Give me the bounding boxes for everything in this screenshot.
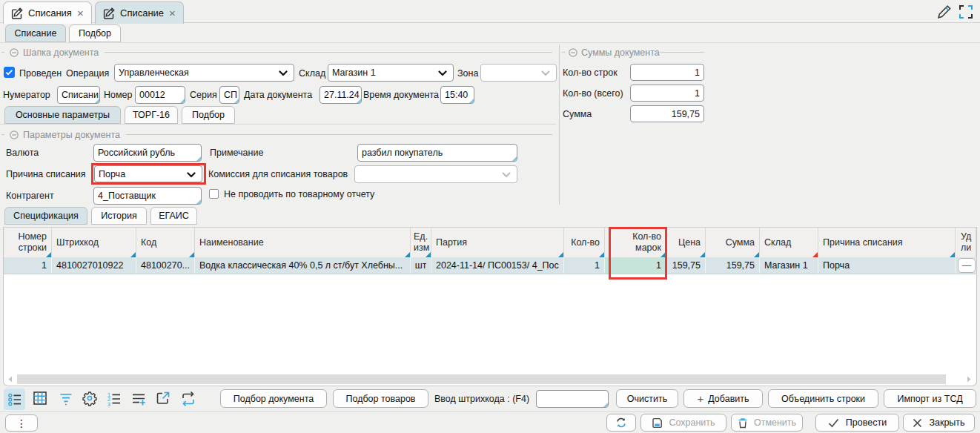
svg-text:3: 3 bbox=[107, 401, 110, 406]
